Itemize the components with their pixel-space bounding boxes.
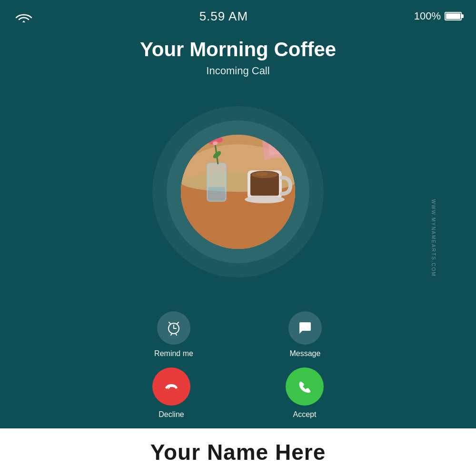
time-display: 5.59 AM [199,9,248,24]
decline-button[interactable] [152,367,190,406]
svg-point-16 [245,196,285,203]
svg-line-21 [177,322,178,324]
avatar-section [0,82,476,302]
call-status: Incoming Call [10,65,466,77]
svg-point-9 [213,141,218,145]
message-label: Message [289,349,320,358]
svg-line-20 [169,322,170,324]
avatar [181,135,295,249]
remind-me-label: Remind me [154,349,193,358]
bottom-name-text: Your Name Here [150,439,326,465]
message-button[interactable]: Message [288,311,322,358]
remind-me-icon [157,311,190,345]
caller-name: Your Morning Coffee [10,38,466,61]
watermark: WWW.MYNAMEARTS.COM [431,199,436,277]
action-row-top: Remind me Message [19,311,457,358]
accept-button[interactable] [286,367,324,406]
action-row-bottom: Decline Accept [19,367,457,419]
battery-icon [445,12,462,20]
decline-action[interactable]: Decline [152,367,190,419]
accept-action[interactable]: Accept [286,367,324,419]
actions-section: Remind me Message Decline [0,302,476,428]
svg-line-22 [171,334,172,335]
avatar-rings [152,106,324,278]
bottom-banner: Your Name Here [0,428,476,476]
accept-label: Accept [293,410,317,419]
decline-label: Decline [159,410,184,419]
svg-rect-5 [208,187,225,200]
wifi-icon [14,9,33,23]
svg-point-15 [256,172,268,176]
battery-area: 100% [414,10,462,22]
battery-percent: 100% [414,10,441,22]
remind-me-button[interactable]: Remind me [154,311,193,358]
status-bar: 5.59 AM 100% [0,0,476,29]
svg-line-23 [176,334,177,335]
caller-section: Your Morning Coffee Incoming Call [0,29,476,82]
message-icon [288,311,322,345]
